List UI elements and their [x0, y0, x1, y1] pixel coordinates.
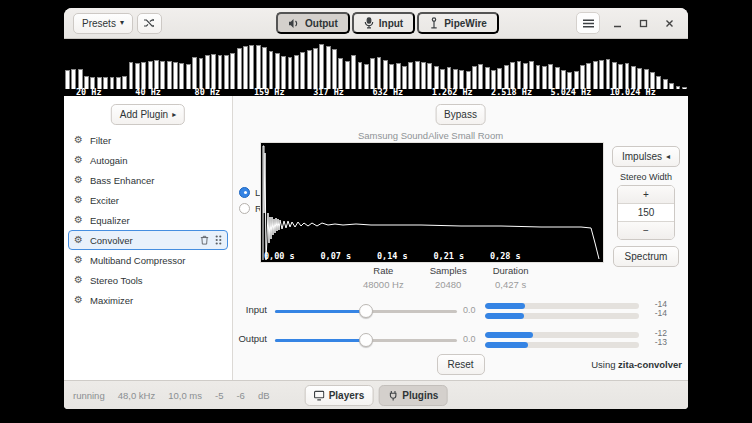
spectrum-bar — [408, 62, 413, 89]
level-meter — [485, 313, 639, 319]
spectrum-bar — [517, 61, 522, 89]
spectrum-bar — [606, 59, 611, 89]
spectrum-button[interactable]: Spectrum — [613, 246, 679, 267]
level-meter-fill — [485, 313, 524, 319]
input-gain-slider[interactable] — [275, 310, 457, 313]
tab-pipewire[interactable]: PipeWire — [417, 12, 499, 34]
input-gain-row: Input0.0-14-14 — [233, 300, 688, 322]
bypass-button[interactable]: Bypass — [435, 104, 486, 125]
using-label: Using — [591, 359, 615, 370]
spectrum-bar — [243, 46, 248, 89]
spectrum-bar — [453, 69, 458, 89]
spectrum-bar — [154, 60, 159, 89]
sidebar-item-filter[interactable]: ⚙Filter — [68, 130, 228, 150]
impulses-button[interactable]: Impulses ◂ — [612, 146, 680, 167]
spectrum-bar — [625, 63, 630, 89]
players-button[interactable]: Players — [305, 385, 374, 406]
plugin-label: Exciter — [90, 195, 119, 206]
impulse-waveform — [261, 143, 603, 262]
spectrum-bar — [288, 57, 293, 89]
sidebar-item-stereo-tools[interactable]: ⚙Stereo Tools — [68, 270, 228, 290]
plugins-button[interactable]: Plugins — [378, 385, 447, 406]
input-gain-value: 0.0 — [463, 305, 476, 315]
sidebar-item-maximizer[interactable]: ⚙Maximizer — [68, 290, 228, 310]
drag-handle-icon[interactable] — [215, 235, 222, 245]
status-item: dB — [258, 390, 270, 401]
channel-radio-r[interactable]: R — [239, 200, 262, 216]
channel-radio-l[interactable]: L — [239, 184, 262, 200]
gear-icon: ⚙ — [74, 235, 83, 245]
trash-icon[interactable] — [200, 235, 209, 245]
slider-fill — [275, 310, 366, 313]
impulse-plot: 0,00 s0,07 s0,14 s0,21 s0,28 s — [260, 142, 604, 263]
spectrum-bar — [218, 55, 223, 90]
stereo-width-value[interactable]: 150 — [618, 204, 674, 221]
plugins-label: Plugins — [402, 390, 438, 401]
device-tabs: OutputInputPipeWire — [276, 12, 499, 34]
spectrum-bar — [211, 54, 216, 89]
close-button[interactable] — [660, 14, 678, 32]
plugin-label: Autogain — [90, 155, 128, 166]
plugin-list: ⚙Filter⚙Autogain⚙Bass Enhancer⚙Exciter⚙E… — [68, 130, 228, 310]
sidebar-item-convolver[interactable]: ⚙Convolver — [68, 230, 228, 250]
spectrum-bar — [497, 68, 502, 89]
gear-icon: ⚙ — [74, 255, 83, 265]
tab-output[interactable]: Output — [276, 12, 350, 34]
output-gain-slider[interactable] — [275, 339, 457, 342]
spectrum-bar — [186, 64, 191, 89]
sidebar-item-bass-enhancer[interactable]: ⚙Bass Enhancer — [68, 170, 228, 190]
impulse-controls: Impulses ◂ Stereo Width + 150 − Spectrum — [607, 146, 685, 267]
tab-input[interactable]: Input — [352, 12, 415, 34]
spectrum-bar — [351, 55, 356, 89]
spectrum-bar — [269, 51, 274, 89]
reset-row: Reset Using zita-convolver — [233, 354, 688, 378]
microphone-icon — [364, 17, 374, 29]
convolver-panel: Bypass Samsung SoundAlive Small Room LR … — [233, 96, 688, 381]
spectrum-bar — [332, 49, 337, 89]
screen: Presets ▾ OutputInputPipeWire — [0, 0, 752, 423]
reset-button[interactable]: Reset — [437, 354, 485, 375]
spectrum-bar — [262, 47, 267, 89]
sidebar-item-multiband-compressor[interactable]: ⚙Multiband Compressor — [68, 250, 228, 270]
spectrum-bar — [148, 61, 153, 89]
channel-radios: LR — [239, 184, 262, 216]
input-label: Input — [233, 304, 267, 315]
add-plugin-button[interactable]: Add Plugin ▸ — [111, 104, 185, 125]
level-meter — [485, 342, 639, 348]
spectrum-bar — [199, 58, 204, 89]
minimize-button[interactable] — [608, 14, 626, 32]
impulse-info-rate: Rate48000 Hz — [363, 265, 404, 290]
stereo-width-increase-button[interactable]: + — [618, 186, 674, 204]
plug-icon — [387, 390, 398, 401]
spectrum-bar — [345, 61, 350, 89]
spectrum-bar — [599, 60, 604, 89]
level-meter — [485, 303, 639, 309]
spectrum-bar — [307, 50, 312, 89]
spectrum-bar — [586, 63, 591, 89]
info-value: 0,427 s — [493, 279, 529, 290]
presets-button[interactable]: Presets ▾ — [73, 13, 133, 34]
stereo-width-decrease-button[interactable]: − — [618, 221, 674, 239]
spectrum-label: Spectrum — [625, 251, 668, 262]
shuffle-presets-button[interactable] — [137, 13, 162, 34]
library-name: zita-convolver — [618, 359, 682, 370]
status-item: 48,0 kHz — [118, 390, 156, 401]
spectrum-bar — [338, 58, 343, 89]
players-icon — [314, 390, 325, 401]
slider-handle[interactable] — [359, 304, 373, 318]
slider-handle[interactable] — [359, 333, 373, 347]
status-item: running — [73, 390, 105, 401]
window-controls — [576, 12, 678, 34]
maximize-button[interactable] — [634, 14, 652, 32]
sidebar-item-autogain[interactable]: ⚙Autogain — [68, 150, 228, 170]
spectrum-bar — [427, 63, 432, 89]
level-meter-fill — [485, 332, 533, 338]
spectrum-bar — [300, 52, 305, 89]
sidebar-item-equalizer[interactable]: ⚙Equalizer — [68, 210, 228, 230]
plugin-label: Maximizer — [90, 295, 133, 306]
plugin-label: Bass Enhancer — [90, 175, 154, 186]
spectrum-bar — [504, 65, 509, 89]
output-label: Output — [233, 333, 267, 344]
menu-button[interactable] — [576, 12, 600, 34]
sidebar-item-exciter[interactable]: ⚙Exciter — [68, 190, 228, 210]
